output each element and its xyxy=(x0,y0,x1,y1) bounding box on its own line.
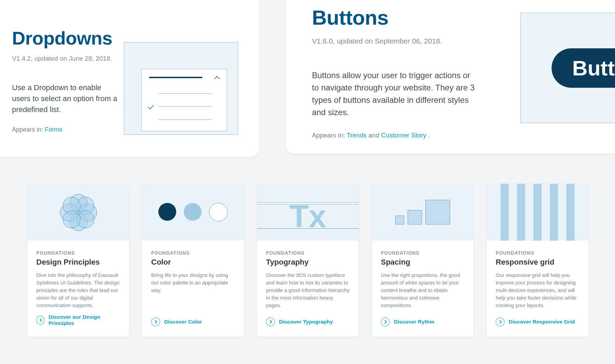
card-text: Use the right proportions, the good amou… xyxy=(381,271,465,309)
foundation-card-spacing[interactable]: FOUNDATIONS Spacing Use the right propor… xyxy=(372,184,473,337)
arrow-circle-right-icon xyxy=(266,317,275,326)
card-title: Color xyxy=(151,258,235,267)
cta-design-principles[interactable]: Discover our Design Principles xyxy=(27,314,129,337)
appears-mid: and xyxy=(369,132,381,139)
cta-label: Discover Color xyxy=(164,319,202,325)
buttons-description: Buttons allow your user to trigger actio… xyxy=(312,69,477,119)
cta-color[interactable]: Discover Color xyxy=(142,317,244,337)
thumb-responsive-grid xyxy=(487,184,588,241)
dropdowns-description: Use a Dropdown to enable users to select… xyxy=(12,82,122,115)
arrow-circle-right-icon xyxy=(496,317,505,326)
grid-columns-icon xyxy=(501,184,575,241)
arrow-circle-right-icon xyxy=(381,317,390,326)
appears-prefix: Appears in: xyxy=(12,126,45,133)
component-card-buttons[interactable]: Buttons V1.6.0, updated on September 06,… xyxy=(286,0,615,154)
card-title: Spacing xyxy=(381,258,465,267)
component-card-dropdowns[interactable]: Dropdowns V1.4.2, updated on June 28, 20… xyxy=(0,0,259,157)
buttons-illustration: Button xyxy=(520,13,615,123)
card-kicker: FOUNDATIONS xyxy=(36,250,120,256)
appears-link-forms[interactable]: Forms xyxy=(45,126,62,133)
card-kicker: FOUNDATIONS xyxy=(496,250,579,256)
cta-responsive-grid[interactable]: Discover Responsive Grid xyxy=(487,317,588,337)
flower-icon xyxy=(59,193,97,231)
thumb-design-principles xyxy=(27,184,129,241)
card-title: Design Principles xyxy=(36,258,120,267)
card-kicker: FOUNDATIONS xyxy=(151,250,235,256)
cta-label: Discover Rythm xyxy=(394,319,434,325)
foundation-card-color[interactable]: FOUNDATIONS Color Bring life to your des… xyxy=(142,184,244,337)
arrow-circle-right-icon xyxy=(36,316,45,325)
appears-suffix: . xyxy=(428,132,430,139)
cta-typography[interactable]: Discover Typography xyxy=(257,317,359,337)
cta-label: Discover Typography xyxy=(279,319,333,325)
appears-link-customer-story[interactable]: Customer Story xyxy=(381,132,426,139)
card-title: Responsive grid xyxy=(496,258,579,267)
color-swatches-icon xyxy=(158,203,228,221)
thumb-typography: Tx xyxy=(257,184,359,241)
foundations-grid: FOUNDATIONS Design Principles Dive into … xyxy=(27,184,588,337)
card-text: Dive into the philosophy of Dassault Sys… xyxy=(36,271,120,309)
card-kicker: FOUNDATIONS xyxy=(266,250,350,256)
spacing-icon xyxy=(395,200,450,225)
buttons-appears-line: Appears in: Trends and Customer Story . xyxy=(312,132,615,139)
thumb-color xyxy=(142,184,244,241)
card-text: Our responsive grid will help you improv… xyxy=(496,271,579,309)
foundation-card-design-principles[interactable]: FOUNDATIONS Design Principles Dive into … xyxy=(27,184,129,337)
typography-icon: Tx xyxy=(289,198,326,234)
dropdowns-illustration xyxy=(124,42,238,135)
card-text: Discover the 3DS custom typeface and lea… xyxy=(266,271,350,309)
thumb-spacing xyxy=(372,184,473,241)
cta-label: Discover Responsive Grid xyxy=(509,319,575,325)
card-kicker: FOUNDATIONS xyxy=(381,250,465,256)
foundation-card-responsive-grid[interactable]: FOUNDATIONS Responsive grid Our responsi… xyxy=(487,184,588,337)
appears-prefix: Appears in: xyxy=(312,132,347,139)
cta-label: Discover our Design Principles xyxy=(49,314,120,326)
chevron-up-icon xyxy=(214,76,220,82)
foundation-card-typography[interactable]: Tx FOUNDATIONS Typography Discover the 3… xyxy=(257,184,359,337)
card-text: Bring life to your designs by using our … xyxy=(151,271,235,309)
check-icon xyxy=(148,103,154,110)
arrow-circle-right-icon xyxy=(151,317,160,326)
appears-link-trends[interactable]: Trends xyxy=(347,132,366,139)
pill-button-sample: Button xyxy=(552,48,615,88)
cta-spacing[interactable]: Discover Rythm xyxy=(372,317,473,337)
card-title: Typography xyxy=(266,258,350,267)
